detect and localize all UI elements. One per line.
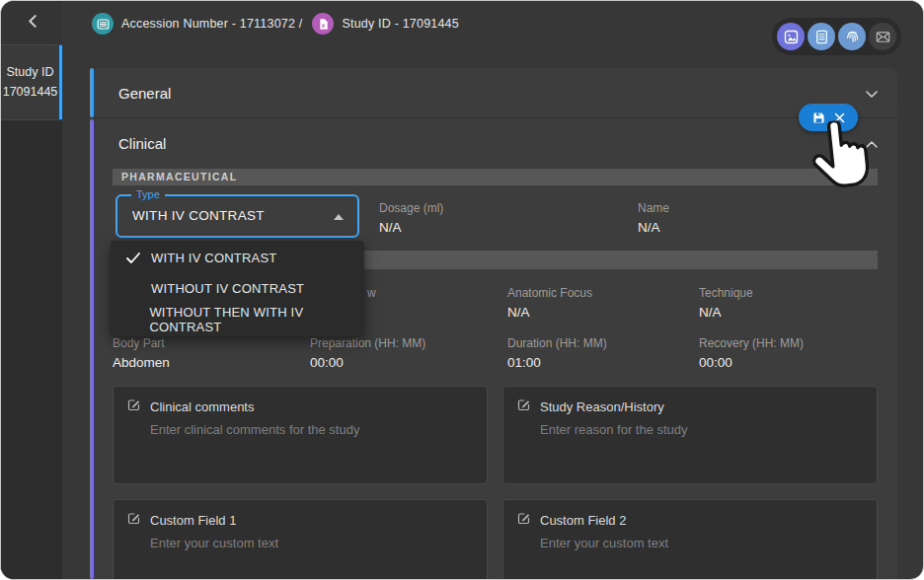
duration-label: Duration (HH: MM) [507, 336, 699, 350]
chevron-up-icon[interactable] [866, 134, 878, 152]
edit-note-icon [517, 398, 531, 415]
body-part-label: Body Part [113, 336, 310, 350]
study-reason-textarea[interactable]: Study Reason/History Enter reason for th… [502, 386, 878, 484]
study-chip: Study ID - 17091445 [312, 13, 468, 35]
custom-field-1-label: Custom Field 1 [150, 513, 236, 528]
close-icon[interactable] [834, 112, 845, 123]
check-icon [126, 253, 151, 263]
dosage-value: N/A [379, 220, 638, 235]
study-reason-label: Study Reason/History [540, 399, 664, 414]
study-detail-row-2: Body Part Abdomen Preparation (HH: MM) 0… [113, 336, 878, 370]
name-value: N/A [638, 220, 878, 235]
image-icon[interactable] [777, 23, 805, 50]
preparation-label: Preparation (HH: MM) [310, 336, 507, 350]
study-detail-panel: General Clinical PHARMACEUTICAL Type WIT… [90, 68, 897, 579]
sidebar-tab-study[interactable]: Study ID 17091445 [1, 45, 62, 119]
preparation-field: Preparation (HH: MM) 00:00 [310, 336, 507, 370]
topbar: Accession Number - 17113072 / Study ID -… [62, 1, 923, 46]
technique-value: N/A [699, 305, 878, 320]
technique-field: Technique N/A [699, 286, 878, 320]
name-field: Name N/A [638, 194, 878, 238]
dropdown-arrow-up-icon [334, 214, 344, 220]
clinical-comments-textarea[interactable]: Clinical comments Enter clinical comment… [113, 386, 488, 484]
edit-note-icon [517, 511, 531, 529]
save-button[interactable] [812, 111, 825, 124]
fingerprint-icon[interactable] [838, 23, 866, 50]
menu-item-label: WITHOUT THEN WITH IV CONTRAST [149, 305, 364, 334]
section-header-clinical[interactable]: Clinical [94, 118, 897, 168]
custom-field-2-label: Custom Field 2 [540, 513, 626, 528]
recovery-field: Recovery (HH: MM) 00:00 [699, 336, 878, 370]
menu-item-label: WITH IV CONTRAST [151, 251, 276, 265]
pharmaceutical-group-header: PHARMACEUTICAL [113, 169, 878, 185]
textarea-row-1: Clinical comments Enter clinical comment… [113, 386, 878, 484]
anatomic-focus-label: Anatomic Focus [507, 286, 699, 300]
duration-value: 01:00 [507, 355, 699, 370]
section-header-general[interactable]: General [94, 68, 897, 117]
menu-item-without-then-with-iv-contrast[interactable]: WITHOUT THEN WITH IV CONTRAST [111, 304, 364, 334]
preparation-value: 00:00 [310, 355, 507, 370]
study-document-icon [312, 13, 334, 35]
edit-note-icon [127, 398, 141, 415]
back-button[interactable] [1, 1, 62, 44]
anatomic-focus-field: Anatomic Focus N/A [507, 286, 699, 320]
clinical-accent-bar [90, 119, 94, 579]
edit-note-icon [127, 511, 141, 529]
custom-field-1-placeholder: Enter your custom text [127, 536, 473, 550]
clinical-comments-placeholder: Enter clinical comments for the study [127, 422, 473, 437]
anatomic-focus-value: N/A [507, 305, 699, 320]
save-close-toolbar [799, 104, 858, 131]
dosage-label: Dosage (ml) [379, 201, 638, 215]
recovery-value: 00:00 [699, 355, 878, 370]
type-field: Type WITH IV CONTRAST [113, 194, 379, 238]
menu-item-without-iv-contrast[interactable]: WITHOUT IV CONTRAST [111, 273, 364, 304]
custom-field-2-placeholder: Enter your custom text [517, 536, 863, 550]
technique-label: Technique [699, 286, 878, 300]
study-id-label: Study ID - 17091445 [342, 17, 458, 31]
chevron-left-icon [28, 14, 37, 32]
menu-item-with-iv-contrast[interactable]: WITH IV CONTRAST [111, 243, 364, 273]
topbar-actions [772, 18, 901, 55]
accession-list-icon [92, 13, 114, 35]
dosage-field: Dosage (ml) N/A [379, 194, 638, 238]
document-icon[interactable] [808, 23, 835, 50]
sidebar: Study ID 17091445 [1, 1, 62, 579]
accession-number-label: Accession Number - 17113072 / [121, 17, 302, 31]
study-reason-placeholder: Enter reason for the study [517, 422, 863, 437]
menu-item-label: WITHOUT IV CONTRAST [151, 281, 304, 296]
type-select-label: Type [131, 188, 165, 200]
custom-field-1-textarea[interactable]: Custom Field 1 Enter your custom text [113, 499, 488, 580]
duration-field: Duration (HH: MM) 01:00 [507, 336, 699, 370]
clinical-comments-label: Clinical comments [150, 399, 254, 414]
type-dropdown-menu: WITH IV CONTRAST WITHOUT IV CONTRAST WIT… [111, 241, 364, 336]
accession-chip: Accession Number - 17113072 / [92, 13, 312, 35]
sidebar-tab-line2: 17091445 [3, 83, 58, 102]
sidebar-empty-area [1, 120, 62, 579]
email-icon[interactable] [869, 23, 896, 50]
custom-field-2-textarea[interactable]: Custom Field 2 Enter your custom text [502, 499, 878, 580]
general-section-title: General [118, 85, 866, 102]
type-select[interactable]: Type WITH IV CONTRAST [116, 194, 359, 238]
clinical-section-title: Clinical [118, 135, 866, 152]
chevron-down-icon[interactable] [866, 84, 878, 102]
pharmaceutical-fields-row: Type WITH IV CONTRAST Dosage (ml) N/A Na… [113, 194, 878, 238]
type-select-value: WITH IV CONTRAST [117, 196, 357, 236]
sidebar-tab-line1: Study ID [7, 63, 54, 82]
app-window: Study ID 17091445 Accession Number - 171… [0, 0, 924, 580]
recovery-label: Recovery (HH: MM) [699, 336, 878, 350]
textarea-row-2: Custom Field 1 Enter your custom text Cu… [113, 499, 878, 580]
name-label: Name [638, 201, 878, 215]
body-part-value: Abdomen [113, 355, 310, 370]
body-part-field: Body Part Abdomen [113, 336, 310, 370]
